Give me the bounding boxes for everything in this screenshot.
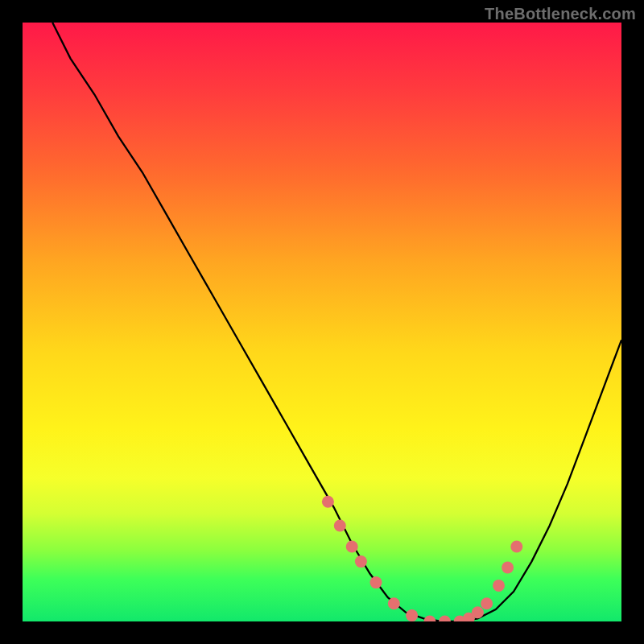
watermark-text: TheBottleneck.com <box>485 5 636 23</box>
highlight-point <box>493 580 505 592</box>
highlight-point <box>406 609 418 621</box>
highlight-point <box>322 496 334 508</box>
chart-frame: TheBottleneck.com <box>0 0 644 644</box>
highlight-point <box>355 555 367 568</box>
highlight-point <box>423 616 436 622</box>
highlight-point <box>510 541 522 553</box>
plot-area <box>23 23 621 621</box>
highlight-point <box>502 562 514 574</box>
highlight-point <box>439 616 451 622</box>
bottleneck-curve <box>52 23 621 621</box>
highlight-point <box>334 520 346 532</box>
highlight-point <box>346 541 358 553</box>
highlight-point <box>388 597 400 609</box>
chart-svg <box>23 23 621 621</box>
highlight-point <box>472 606 484 618</box>
highlight-points-group <box>322 496 522 621</box>
highlight-point <box>481 597 493 609</box>
highlight-point <box>370 576 382 588</box>
